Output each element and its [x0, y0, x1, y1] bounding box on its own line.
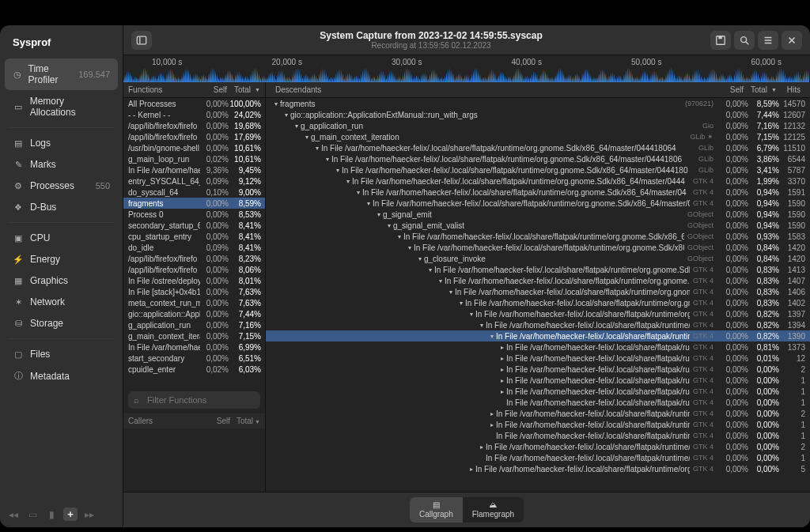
sidebar-item[interactable]: ▣CPU — [5, 228, 118, 248]
tree-row[interactable]: ▾In File /var/home/haecker-felix/.local/… — [266, 231, 810, 242]
function-row[interactable]: In File [stack]+0x4b10,00%7,63% — [123, 286, 265, 297]
sidebar-item[interactable]: ▦Graphics — [5, 270, 118, 291]
expand-icon[interactable]: ▸ — [498, 377, 506, 384]
tree-row[interactable]: ▾gio::application::ApplicationExtManual:… — [266, 109, 810, 120]
callgraph-tree[interactable]: ▾fragments(970621)0,00%8,59%14570▾gio::a… — [266, 98, 810, 492]
tree-row[interactable]: ▸In File /var/home/haecker-felix/.local/… — [266, 341, 810, 353]
function-row[interactable]: In File /var/home/hae9,36%9,45% — [123, 164, 265, 175]
tree-row[interactable]: In File /var/home/haecker-felix/.local/s… — [266, 397, 810, 408]
function-row[interactable]: g_main_loop_run0,02%10,61% — [123, 153, 265, 164]
tree-row[interactable]: ▾In File /var/home/haecker-felix/.local/… — [266, 297, 810, 308]
tree-row[interactable]: ▾In File /var/home/haecker-felix/.local/… — [266, 330, 810, 341]
function-row[interactable]: Process 00,00%8,53% — [123, 209, 265, 220]
expand-icon[interactable]: ▾ — [354, 189, 362, 196]
tree-row[interactable]: ▾g_signal_emit_valistGObject0,00%0,94%15… — [266, 220, 810, 231]
tree-row[interactable]: ▸In File /var/home/haecker-felix/.local/… — [266, 408, 810, 419]
function-row[interactable]: /app/lib/firefox/firefo0,00%8,23% — [123, 253, 265, 264]
sidebar-item[interactable]: ⚡Energy — [5, 249, 118, 270]
expand-icon[interactable]: ▾ — [406, 244, 414, 251]
expand-icon[interactable]: ▾ — [385, 222, 393, 229]
expand-icon[interactable]: ▸ — [498, 355, 506, 362]
close-button[interactable] — [782, 31, 802, 50]
expand-icon[interactable]: ▾ — [488, 333, 496, 340]
function-row[interactable]: start_secondary0,00%6,51% — [123, 353, 265, 364]
tree-row[interactable]: ▾In File /var/home/haecker-felix/.local/… — [266, 286, 810, 297]
save-button[interactable] — [710, 31, 731, 50]
expand-icon[interactable]: ▾ — [303, 134, 311, 141]
expand-icon[interactable]: ▾ — [426, 266, 434, 274]
expand-icon[interactable]: ▾ — [344, 178, 352, 185]
expand-icon[interactable]: ▸ — [498, 344, 506, 351]
tree-row[interactable]: ▾g_closure_invokeGObject0,00%0,84%1420 — [266, 253, 810, 264]
sidebar-item[interactable]: ❖D-Bus — [5, 197, 118, 217]
tree-row[interactable]: ▾fragments(970621)0,00%8,59%14570 — [266, 98, 810, 109]
expand-icon[interactable]: ▾ — [282, 111, 290, 119]
col-tree-self[interactable]: Self — [712, 85, 744, 94]
tab-prev-icon[interactable]: ◂◂ — [6, 509, 21, 520]
expand-icon[interactable]: ▾ — [457, 300, 465, 307]
col-total[interactable]: Total — [227, 85, 260, 94]
tree-row[interactable]: ▾In File /var/home/haecker-felix/.local/… — [266, 175, 810, 187]
function-row[interactable]: entry_SYSCALL_64_a0,09%9,12% — [123, 175, 265, 187]
expand-icon[interactable]: ▾ — [416, 255, 424, 262]
expand-icon[interactable]: ▾ — [467, 311, 475, 318]
expand-icon[interactable]: ▾ — [478, 322, 486, 329]
sidebar-toggle-button[interactable] — [131, 31, 152, 50]
function-row[interactable]: /app/lib/firefox/firefo0,00%8,06% — [123, 264, 265, 275]
col-callers[interactable]: Callers — [128, 417, 200, 425]
tree-row[interactable]: ▸In File /var/home/haecker-felix/.local/… — [266, 386, 810, 397]
sidebar-item[interactable]: ⓘMetadata — [5, 365, 118, 387]
tree-row[interactable]: ▸In File /var/home/haecker-felix/.local/… — [266, 375, 810, 386]
expand-icon[interactable]: ▾ — [293, 123, 301, 130]
timeline-ruler[interactable]: 10,000 s20,000 s30,000 s40,000 s50,000 s… — [123, 55, 810, 81]
tree-row[interactable]: ▾In File /var/home/haecker-felix/.local/… — [266, 242, 810, 253]
function-row[interactable]: /usr/bin/gnome-shell0,00%10,61% — [123, 142, 265, 153]
sidebar-item[interactable]: ▤Logs — [5, 133, 118, 153]
expand-icon[interactable]: ▾ — [375, 211, 383, 218]
add-tab-button[interactable]: ＋ — [63, 507, 78, 521]
expand-icon[interactable]: ▸ — [498, 366, 506, 373]
tree-row[interactable]: ▸In File /var/home/haecker-felix/.local/… — [266, 419, 810, 430]
view-flamegraph[interactable]: ⛰ Flamegraph — [463, 497, 524, 523]
expand-icon[interactable]: ▾ — [334, 167, 342, 174]
sidebar-item[interactable]: ◷Time Profiler169.547 — [5, 58, 118, 90]
sidebar-item[interactable]: ▭Memory Allocations — [5, 91, 118, 123]
function-row[interactable]: - - Kernel - -0,00%24,02% — [123, 109, 265, 120]
sidebar-item[interactable]: ▢Files — [5, 344, 118, 364]
expand-icon[interactable]: ▾ — [313, 145, 321, 152]
menu-button[interactable] — [758, 31, 778, 50]
expand-icon[interactable]: ▸ — [467, 466, 475, 473]
search-button[interactable] — [734, 31, 755, 50]
expand-icon[interactable]: ▸ — [478, 443, 486, 451]
tree-row[interactable]: ▾g_application_runGio0,00%7,16%12132 — [266, 120, 810, 131]
function-row[interactable]: gio::application::Appl0,00%7,44% — [123, 308, 265, 319]
function-row[interactable]: /app/lib/firefox/firefo0,00%17,69% — [123, 131, 265, 142]
tree-row[interactable]: ▸In File /var/home/haecker-felix/.local/… — [266, 364, 810, 375]
view-callgraph[interactable]: ▤ Callgraph — [410, 497, 463, 523]
expand-icon[interactable]: ▾ — [437, 277, 445, 285]
function-row[interactable]: In File /var/home/hae0,00%6,99% — [123, 341, 265, 353]
expand-icon[interactable]: ▾ — [272, 100, 280, 108]
col-hits[interactable]: Hits — [777, 85, 805, 94]
expand-icon[interactable]: ▾ — [447, 289, 455, 296]
tree-row[interactable]: ▾In File /var/home/haecker-felix/.local/… — [266, 319, 810, 330]
function-row[interactable]: In File /ostree/deploy0,00%8,01% — [123, 275, 265, 286]
tree-row[interactable]: ▸In File /var/home/haecker-felix/.local/… — [266, 353, 810, 364]
tree-row[interactable]: ▾In File /var/home/haecker-felix/.local/… — [266, 308, 810, 319]
expand-icon[interactable]: ▸ — [498, 388, 506, 395]
tree-row[interactable]: ▾In File /var/home/haecker-felix/.local/… — [266, 275, 810, 286]
function-row[interactable]: cpu_startup_entry0,00%8,41% — [123, 231, 265, 242]
function-row[interactable]: do_syscall_640,10%9,00% — [123, 187, 265, 198]
filter-functions-input[interactable] — [128, 391, 260, 409]
tree-row[interactable]: ▾In File /var/home/haecker-felix/.local/… — [266, 198, 810, 209]
tree-row[interactable]: ▸In File /var/home/haecker-felix/.local/… — [266, 441, 810, 452]
tab-next-icon[interactable]: ▸▸ — [82, 509, 97, 520]
function-row[interactable]: g_main_context_itera0,00%7,15% — [123, 330, 265, 341]
expand-icon[interactable]: ▸ — [488, 421, 496, 428]
expand-icon[interactable]: ▾ — [324, 156, 331, 163]
function-row[interactable]: /app/lib/firefox/firefo0,00%19,68% — [123, 120, 265, 131]
remove-tab-button[interactable]: ▭ — [25, 509, 40, 520]
expand-icon[interactable]: ▾ — [396, 233, 403, 240]
col-self[interactable]: Self — [195, 85, 227, 94]
tree-row[interactable]: ▾In File /var/home/haecker-felix/.local/… — [266, 187, 810, 198]
